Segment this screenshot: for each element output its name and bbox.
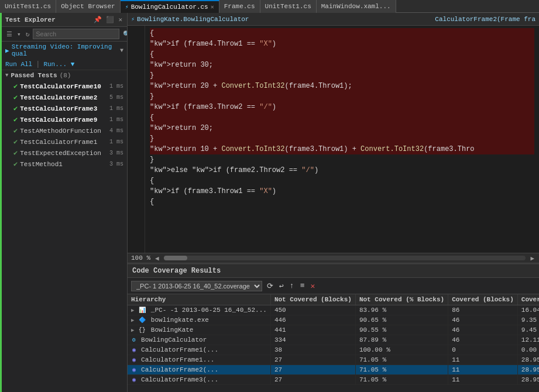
coverage-file-select[interactable]: _PC- 1 2013-06-25 16_40_52.coverage — [131, 281, 262, 291]
covered-pct: 9.35 % — [517, 315, 539, 325]
scroll-right-icon[interactable]: ▶ — [529, 255, 535, 262]
not-covered-blocks: 450 — [270, 305, 355, 315]
table-row[interactable]: ◉ CalculatorFrame2(...2771.05 %1128.95 % — [128, 365, 539, 375]
code-line: } — [150, 154, 534, 165]
main-area: Test Explorer 📌 ⬛ ✕ ☰ ▾ ↻ 🔍 ▶ Streaming … — [0, 13, 539, 392]
tab-close-btn[interactable]: ✕ — [211, 4, 214, 11]
test-name: TestAMethodOrFunction — [20, 128, 107, 135]
panel-title: Test Explorer — [5, 16, 90, 23]
test-name: TestMethod1 — [20, 161, 107, 168]
scroll-left-icon[interactable]: ◀ — [154, 255, 160, 262]
tab-label: Object Browser — [61, 3, 115, 10]
table-row[interactable]: ◉ CalculatorFrame3(...2771.05 %1128.95 % — [128, 375, 539, 385]
check-icon: ✔ — [13, 104, 18, 113]
run-all-button[interactable]: Run All — [5, 61, 32, 68]
code-area: { "kw">if (frame4.Throw1 == "X") { "kw">… — [128, 26, 539, 253]
pin-icon[interactable]: 📌 — [92, 16, 103, 23]
tab-bowling-calculator[interactable]: ⚡ BowlingCalculator.cs ✕ — [121, 0, 219, 13]
test-item[interactable]: ✔TestCalculatorFrame11 ms — [2, 136, 127, 147]
not-covered-pct: 100.00 % — [355, 345, 448, 355]
test-items-container: ✔TestCalculatorFrame101 ms✔TestCalculato… — [2, 81, 127, 170]
test-item[interactable]: ✔TestMethod13 ms — [2, 159, 127, 170]
split-icon[interactable]: ⬛ — [105, 16, 115, 23]
section-header-passed[interactable]: ▼ Passed Tests (8) — [2, 70, 127, 81]
breadcrumb-left: BowlingKate.BowlingCalculator — [137, 16, 249, 23]
covered-blocks: 11 — [448, 355, 518, 365]
table-row[interactable]: ⚙ BowlingCalculator33487.89 %4612.11 % — [128, 335, 539, 345]
test-item[interactable]: ✔TestCalculatorFrame25 ms — [2, 92, 127, 103]
test-time: 5 ms — [109, 94, 123, 101]
tab-mainwindow[interactable]: MainWindow.xaml... — [317, 0, 396, 13]
row-name: CalculatorFrame2(... — [141, 366, 218, 373]
covered-blocks: 46 — [448, 315, 518, 325]
table-row[interactable]: ◉ CalculatorFrame1(...38100.00 %00.00 % — [128, 345, 539, 355]
not-covered-blocks: 446 — [270, 315, 355, 325]
code-line: } — [150, 91, 534, 102]
code-line: { — [150, 49, 534, 60]
breadcrumb-right: CalculatorFrame2(Frame fra — [435, 16, 535, 23]
table-row[interactable]: ▶ 🔷 bowlingkate.exe44690.65 %469.35 % — [128, 315, 539, 325]
test-explorer-panel: Test Explorer 📌 ⬛ ✕ ☰ ▾ ↻ 🔍 ▶ Streaming … — [0, 13, 128, 392]
not-covered-blocks: 27 — [270, 355, 355, 365]
search-input[interactable] — [33, 29, 119, 39]
row-expand-icon: ▶ — [131, 318, 138, 324]
scroll-track[interactable] — [164, 256, 526, 260]
row-name: bowlingkate.exe — [151, 317, 209, 324]
coverage-toolbar: _PC- 1 2013-06-25 16_40_52.coverage ⟳ ↩ … — [128, 278, 539, 294]
group-icon[interactable]: ☰ — [5, 30, 13, 38]
tab-unittest1-2[interactable]: UnitTest1.cs — [260, 0, 317, 13]
covered-blocks: 11 — [448, 375, 518, 385]
scroll-thumb[interactable] — [164, 256, 187, 260]
coverage-columns-icon[interactable]: ≡ — [299, 281, 306, 290]
streaming-text: Streaming Video: Improving qual — [12, 43, 120, 57]
tab-unittest1-1[interactable]: UnitTest1.cs — [0, 0, 56, 13]
row-type-icon: 📊 — [139, 307, 149, 314]
check-icon: ✔ — [13, 82, 18, 91]
run-dropdown-button[interactable]: Run... ▼ — [43, 61, 74, 68]
test-item[interactable]: ✔TestAMethodOrFunction4 ms — [2, 125, 127, 136]
row-type-icon: ◉ — [132, 377, 139, 383]
coverage-refresh-icon[interactable]: ⟳ — [266, 281, 274, 291]
row-name: BowlingCalculator — [141, 336, 207, 343]
code-line: "kw">return 20; — [150, 123, 534, 133]
test-item[interactable]: ✔TestCalculatorFrame91 ms — [2, 114, 127, 125]
covered-pct: 28.95 % — [517, 355, 539, 365]
table-row[interactable]: ▶ {} BowlingKate44190.55 %469.45 % — [128, 325, 539, 335]
code-content[interactable]: { "kw">if (frame4.Throw1 == "X") { "kw">… — [145, 26, 539, 253]
test-name: TestExpectedException — [20, 150, 107, 157]
coverage-close-icon[interactable]: ✕ — [309, 281, 316, 291]
test-item[interactable]: ✔TestCalculatorFrame31 ms — [2, 103, 127, 114]
scrollbar-row: 100 % ◀ ▶ — [128, 253, 539, 263]
not-covered-pct: 90.55 % — [355, 325, 448, 335]
covered-pct: 16.04 % — [517, 305, 539, 315]
not-covered-blocks: 334 — [270, 335, 355, 345]
code-line: "kw">return 30; — [150, 60, 534, 70]
not-covered-pct: 71.05 % — [355, 355, 448, 365]
row-name: _PC- -1 2013-06-25 16_40_52... — [151, 307, 267, 314]
coverage-up-icon[interactable]: ↑ — [289, 281, 296, 290]
close-panel-icon[interactable]: ✕ — [117, 16, 123, 23]
filter-icon[interactable]: ▾ — [16, 30, 22, 38]
section-title: Passed Tests — [11, 72, 57, 79]
coverage-undo-icon[interactable]: ↩ — [278, 281, 285, 291]
breadcrumb-bar: ⚡ BowlingKate.BowlingCalculator Calculat… — [128, 13, 539, 26]
test-item[interactable]: ✔TestCalculatorFrame101 ms — [2, 81, 127, 92]
col-not-covered-blocks: Not Covered (Blocks) — [270, 294, 355, 305]
coverage-table-body: ▶ 📊 _PC- -1 2013-06-25 16_40_52...45083.… — [128, 305, 539, 385]
search-icon[interactable]: 🔍 — [122, 30, 128, 38]
table-row[interactable]: ◉ CalculatorFrame1...2771.05 %1128.95 % — [128, 355, 539, 365]
panel-icons: 📌 ⬛ ✕ — [92, 16, 123, 23]
code-line: "kw">return 20 + Convert.ToInt32(frame4.… — [150, 81, 534, 91]
not-covered-pct: 71.05 % — [355, 365, 448, 375]
test-item[interactable]: ✔TestExpectedException3 ms — [2, 147, 127, 159]
refresh-icon[interactable]: ↻ — [25, 30, 31, 38]
not-covered-pct: 90.65 % — [355, 315, 448, 325]
covered-pct: 12.11 % — [517, 335, 539, 345]
tab-label: MainWindow.xaml... — [321, 3, 391, 10]
tab-frame-cs[interactable]: Frame.cs — [219, 0, 260, 13]
table-row[interactable]: ▶ 📊 _PC- -1 2013-06-25 16_40_52...45083.… — [128, 305, 539, 315]
code-line: } — [150, 133, 534, 144]
test-name: TestCalculatorFrame10 — [20, 83, 107, 90]
streaming-row[interactable]: ▶ Streaming Video: Improving qual ▼ — [2, 42, 127, 59]
tab-object-browser[interactable]: Object Browser — [56, 0, 120, 13]
